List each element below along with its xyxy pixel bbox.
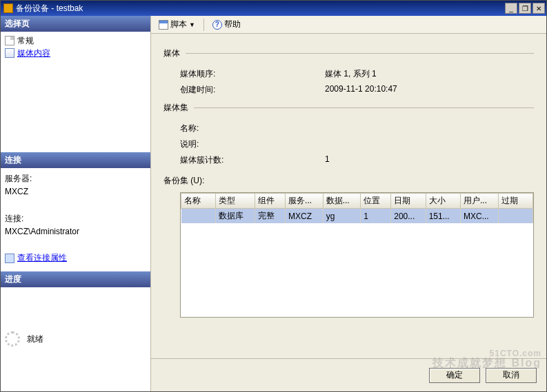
col-position[interactable]: 位置 — [361, 194, 391, 209]
view-conn-props-label: 查看连接属性 — [17, 251, 67, 265]
connection-value: MXCZ\Administrator — [5, 225, 146, 238]
col-expiry[interactable]: 过期 — [498, 194, 533, 209]
cell-date: 200... — [391, 209, 426, 224]
server-label: 服务器: — [5, 172, 146, 185]
backup-sets-grid[interactable]: 名称 类型 组件 服务... 数据... 位置 日期 大小 用户... 过期 数… — [180, 192, 534, 318]
cell-size: 151... — [426, 209, 460, 224]
app-icon — [3, 3, 13, 13]
col-name[interactable]: 名称 — [181, 194, 216, 209]
created-value: 2009-11-1 20:10:47 — [325, 84, 397, 96]
name-label: 名称: — [180, 123, 325, 134]
col-size[interactable]: 大小 — [426, 194, 460, 209]
help-icon: ? — [212, 20, 222, 30]
script-label: 脚本 — [170, 19, 187, 30]
progress-header: 进度 — [1, 271, 150, 287]
col-date[interactable]: 日期 — [391, 194, 426, 209]
script-button[interactable]: 脚本 ▼ — [155, 17, 199, 32]
fam-value: 1 — [325, 154, 330, 166]
cancel-button[interactable]: 取消 — [486, 368, 537, 383]
media-icon — [5, 48, 14, 58]
connection-label: 连接: — [5, 212, 146, 225]
nav-media-contents[interactable]: 媒体内容 — [5, 47, 146, 59]
cell-server: MXCZ — [286, 209, 324, 224]
nav-media-label: 媒体内容 — [17, 48, 50, 59]
cell-component: 完整 — [255, 209, 286, 224]
ok-button[interactable]: 确定 — [429, 368, 480, 383]
restore-button[interactable]: ❐ — [519, 3, 531, 14]
script-icon — [159, 20, 168, 30]
connection-header: 连接 — [1, 152, 150, 168]
chevron-down-icon: ▼ — [189, 21, 195, 28]
col-type[interactable]: 类型 — [216, 194, 255, 209]
help-button[interactable]: ? 帮助 — [209, 17, 244, 32]
window-title: 备份设备 - testbak — [16, 3, 83, 14]
content-pane: 媒体 媒体顺序:媒体 1, 系列 1 创建时间:2009-11-1 20:10:… — [151, 34, 546, 358]
close-button[interactable]: ✕ — [533, 3, 545, 14]
toolbar-separator — [203, 19, 204, 31]
view-conn-props-link[interactable]: 查看连接属性 — [5, 251, 67, 265]
table-row[interactable]: 数据库 完整 MXCZ yg 1 200... 151... MXC... — [181, 209, 533, 224]
nav-general-label: 常规 — [17, 35, 34, 47]
progress-spinner-icon — [5, 331, 20, 347]
cell-type: 数据库 — [216, 209, 255, 224]
media-seq-value: 媒体 1, 系列 1 — [325, 68, 377, 80]
col-database[interactable]: 数据... — [323, 194, 361, 209]
sidebar: 选择页 常规 媒体内容 连接 服务器: MXCZ 连接: MXCZ\Admini… — [1, 16, 151, 391]
grid-header-row: 名称 类型 组件 服务... 数据... 位置 日期 大小 用户... 过期 — [181, 194, 533, 209]
select-page-header: 选择页 — [1, 16, 150, 32]
created-label: 创建时间: — [180, 84, 325, 96]
server-value: MXCZ — [5, 185, 146, 198]
col-component[interactable]: 组件 — [255, 194, 286, 209]
group-media: 媒体 — [163, 48, 180, 59]
title-bar: 备份设备 - testbak _ ❐ ✕ — [1, 1, 546, 16]
group-mediaset: 媒体集 — [163, 102, 188, 114]
col-user[interactable]: 用户... — [460, 194, 498, 209]
cell-database: yg — [323, 209, 361, 224]
page-icon — [5, 36, 14, 45]
help-label: 帮助 — [224, 19, 241, 30]
desc-label: 说明: — [180, 138, 325, 150]
cell-name — [181, 209, 216, 224]
group-backupset: 备份集 (U): — [163, 176, 204, 185]
cell-position: 1 — [361, 209, 391, 224]
cell-user: MXC... — [460, 209, 498, 224]
fam-label: 媒体簇计数: — [180, 154, 325, 166]
cell-expiry — [498, 209, 533, 224]
connection-icon — [5, 254, 14, 263]
media-seq-label: 媒体顺序: — [180, 68, 325, 80]
toolbar: 脚本 ▼ ? 帮助 — [151, 16, 546, 34]
col-server[interactable]: 服务... — [286, 194, 324, 209]
progress-status: 就绪 — [27, 333, 43, 345]
nav-general[interactable]: 常规 — [5, 34, 146, 47]
dialog-footer: 确定 取消 — [151, 358, 546, 391]
connection-panel: 服务器: MXCZ 连接: MXCZ\Administrator 查看连接属性 — [1, 168, 150, 271]
minimize-button[interactable]: _ — [505, 3, 517, 14]
